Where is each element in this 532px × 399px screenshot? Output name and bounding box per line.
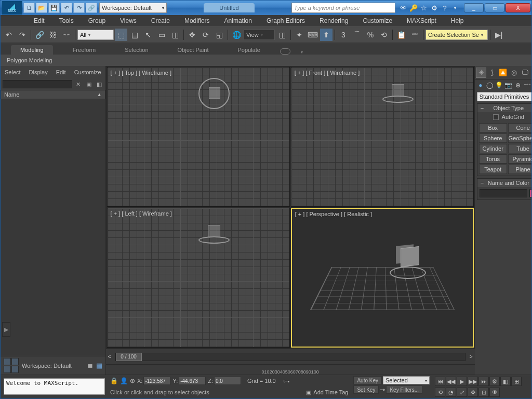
rollout-header-object-type[interactable]: Object Type — [477, 104, 531, 112]
menu-views[interactable]: Views — [113, 16, 144, 26]
selected-combo[interactable]: Selected▾ — [383, 376, 430, 384]
goto-start-icon[interactable]: ⏮ — [435, 377, 445, 386]
filter-icon[interactable]: ▣ — [85, 80, 93, 88]
next-frame-icon[interactable]: ▶▶ — [468, 377, 478, 386]
close-button[interactable]: X — [506, 3, 530, 12]
display-icon[interactable]: ▦ — [96, 362, 102, 369]
mirror-icon[interactable]: ▶| — [493, 29, 505, 41]
filter-dd-icon[interactable]: ◧ — [95, 80, 103, 88]
scene-menu-select[interactable]: Select — [5, 69, 21, 75]
menu-group[interactable]: Group — [81, 16, 113, 26]
menu-rendering[interactable]: Rendering — [312, 16, 355, 26]
window-crossing-icon[interactable]: ◫ — [169, 29, 181, 41]
nav-zoom-region-icon[interactable]: ⊞ — [511, 377, 522, 386]
tab-modeling[interactable]: Modeling — [11, 45, 53, 55]
time-slider[interactable]: 0 / 100 — [115, 353, 466, 361]
select-name-icon[interactable]: ▤ — [128, 29, 141, 41]
viewport-perspective-label[interactable]: [ + ] [ Perspective ] [ Realistic ] — [295, 211, 372, 217]
person-icon[interactable]: 👤 — [120, 377, 128, 384]
btn-tube[interactable]: Tube — [508, 144, 531, 153]
manipulate-icon[interactable]: ✦ — [293, 29, 305, 41]
tab-display-icon[interactable]: 🖵 — [520, 68, 530, 78]
undo-button[interactable]: ↶ — [3, 29, 15, 41]
ribbon-toggle-icon[interactable] — [280, 48, 290, 55]
nav-pan2-icon[interactable]: ✥ — [468, 388, 478, 397]
snap-toggle-icon[interactable]: ⬆ — [320, 29, 332, 41]
subtab-geometry-icon[interactable]: ● — [476, 81, 485, 90]
layers-icon[interactable]: ≣ — [87, 362, 93, 369]
key-icon-2[interactable]: 🗝 — [283, 377, 290, 385]
rotate-icon[interactable]: ⟳ — [200, 29, 212, 41]
tab-hierarchy-icon[interactable]: 🔼 — [498, 68, 508, 78]
unlink-icon[interactable]: ⛓ — [47, 29, 59, 41]
dropdown-icon[interactable]: ▾ — [450, 3, 460, 12]
nav-walk-icon[interactable]: 👁 — [489, 388, 500, 397]
snap-3-icon[interactable]: 3 — [337, 29, 350, 41]
btn-plane[interactable]: Plane — [508, 165, 531, 174]
crosshair-icon[interactable]: ⊕ — [130, 377, 135, 384]
object-color-swatch[interactable] — [529, 189, 531, 197]
rollout-header-name-color[interactable]: Name and Color — [477, 179, 531, 187]
autokey-button[interactable]: Auto Key — [353, 376, 382, 384]
key-toggle-icon[interactable]: ⊸ — [380, 386, 385, 393]
scene-filter-input[interactable] — [3, 80, 72, 88]
star-icon[interactable]: ☆ — [419, 3, 429, 12]
btn-torus[interactable]: Torus — [479, 154, 507, 164]
tab-utilities-icon[interactable]: 🔨 — [530, 68, 531, 78]
coord-y[interactable]: -44.673 — [179, 377, 206, 385]
btn-sphere[interactable]: Sphere — [479, 134, 507, 143]
app-logo[interactable]: MAX — [2, 1, 22, 15]
minimize-button[interactable]: _ — [464, 3, 484, 12]
nav-orbit-icon[interactable]: ⟲ — [435, 388, 445, 397]
tab-motion-icon[interactable]: ◎ — [509, 68, 519, 78]
viewport-left-label[interactable]: [ + ] [ Left ] [ Wireframe ] — [111, 210, 172, 217]
subtab-cameras-icon[interactable]: 📷 — [504, 81, 513, 90]
undo-qat-icon[interactable]: ↶ — [61, 3, 72, 13]
layout-btn-2[interactable] — [11, 358, 19, 365]
nav-pan-icon[interactable]: ◧ — [500, 377, 511, 386]
menu-tools[interactable]: Tools — [52, 16, 81, 26]
help-icon[interactable]: ? — [440, 3, 449, 12]
scene-menu-customize[interactable]: Customize — [74, 69, 101, 75]
tab-freeform[interactable]: Freeform — [63, 45, 105, 55]
binoculars-icon[interactable]: 👁 — [398, 3, 408, 12]
menu-graph-editors[interactable]: Graph Editors — [259, 16, 312, 26]
btn-geosphere[interactable]: GeoSphere — [508, 134, 531, 143]
viewport-left[interactable]: [ + ] [ Left ] [ Wireframe ] — [107, 208, 290, 348]
selection-filter-combo[interactable]: All▾ — [77, 30, 114, 40]
workspace-selector[interactable]: Workspace: Default ▾ — [99, 3, 167, 13]
left-collapse-handle[interactable]: ▶ — [2, 322, 10, 337]
open-file-icon[interactable]: 📂 — [36, 3, 47, 13]
time-ruler[interactable]: 0 10 20 30 40 50 60 70 80 90 100 — [106, 364, 475, 375]
btn-box[interactable]: Box — [479, 123, 507, 132]
menu-help[interactable]: Help — [444, 16, 471, 26]
autogrid-checkbox[interactable] — [493, 114, 499, 120]
tag-icon[interactable]: ▣ — [306, 389, 311, 396]
search-input[interactable]: Type a keyword or phrase — [291, 3, 395, 13]
tab-populate[interactable]: Populate — [228, 45, 269, 55]
redo-qat-icon[interactable]: ↷ — [73, 3, 85, 13]
menu-animation[interactable]: Animation — [217, 16, 259, 26]
move-icon[interactable]: ✥ — [186, 29, 198, 41]
tab-modify-icon[interactable]: ⟆ — [487, 68, 497, 78]
coord-z[interactable]: 0.0 — [214, 377, 241, 385]
subtab-lights-icon[interactable]: 💡 — [495, 81, 504, 90]
menu-edit[interactable]: Edit — [26, 16, 52, 26]
scene-column-header[interactable]: Name▲ — [1, 90, 105, 99]
bind-icon[interactable]: 〰 — [60, 29, 73, 41]
menu-create[interactable]: Create — [144, 16, 177, 26]
viewport-top-label[interactable]: [ + ] [ Top ] [ Wireframe ] — [111, 70, 171, 76]
play-icon[interactable]: ▶ — [457, 377, 467, 386]
viewport-perspective[interactable]: [ + ] [ Perspective ] [ Realistic ] — [291, 208, 474, 348]
btn-pyramid[interactable]: Pyramid — [508, 154, 531, 164]
object-name-input[interactable] — [480, 189, 527, 197]
btn-cone[interactable]: Cone — [508, 123, 531, 132]
scene-menu-edit[interactable]: Edit — [56, 69, 66, 75]
scene-menu-display[interactable]: Display — [29, 69, 48, 75]
globe-icon[interactable]: 🌐 — [230, 29, 243, 41]
keyboard-shortcut-icon[interactable]: ⌨ — [307, 29, 319, 41]
add-time-tag[interactable]: Add Time Tag — [313, 389, 348, 395]
time-config-icon[interactable]: ⚙ — [489, 377, 500, 386]
abc-icon[interactable]: ᴬᴮᶜ — [408, 29, 421, 41]
category-selector[interactable]: Standard Primitives▾ — [477, 92, 531, 101]
